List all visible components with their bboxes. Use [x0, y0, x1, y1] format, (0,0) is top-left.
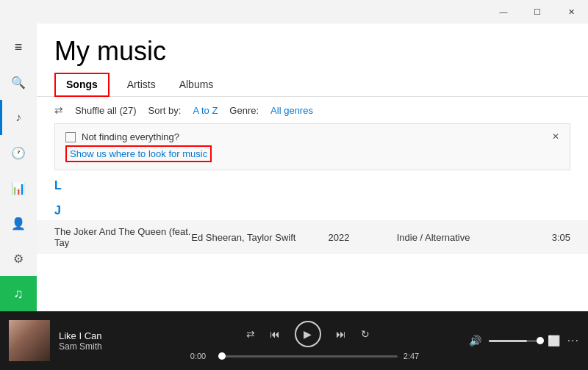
- notice-text: Not finding everything?: [65, 131, 212, 142]
- sidebar-item-settings[interactable]: ⚙: [0, 241, 37, 276]
- sidebar-item-charts[interactable]: 📊: [0, 170, 37, 206]
- sidebar-item-profile[interactable]: 👤: [0, 206, 37, 241]
- notice-content: Not finding everything? Show us where to…: [65, 131, 212, 162]
- current-time: 0:00: [190, 352, 212, 360]
- right-controls: 🔊 ⬜ ···: [469, 334, 579, 347]
- notice-main-text: Not finding everything?: [82, 131, 179, 142]
- track-name: Like I Can: [59, 330, 147, 341]
- player-buttons: ⇄ ⏮ ▶ ⏭ ↻: [246, 321, 370, 347]
- maximize-button[interactable]: ☐: [520, 0, 554, 23]
- section-header-L: L: [37, 170, 588, 195]
- song-duration: 3:05: [534, 232, 570, 243]
- genre-label: Genre:: [229, 105, 259, 116]
- genre-value[interactable]: All genres: [270, 105, 313, 116]
- more-button[interactable]: ···: [567, 334, 579, 347]
- progress-bar[interactable]: [218, 355, 398, 358]
- notice-link[interactable]: Show us where to look for music: [65, 145, 212, 162]
- notice-box: Not finding everything? Show us where to…: [54, 123, 570, 170]
- title-bar: — ☐ ✕: [0, 0, 588, 23]
- volume-dot: [537, 337, 544, 344]
- progress-dot: [218, 352, 226, 360]
- table-row[interactable]: The Joker And The Queen (feat. Tay Ed Sh…: [37, 220, 588, 254]
- album-art: [9, 320, 50, 361]
- tab-albums[interactable]: Albums: [168, 73, 226, 96]
- main-layout: ≡ 🔍 ♪ 🕐 📊 👤 ⚙ ♫ My music Songs Artists A…: [0, 23, 588, 311]
- notice-close-icon[interactable]: ✕: [552, 131, 559, 142]
- now-playing-bar: Like I Can Sam Smith ⇄ ⏮ ▶ ⏭ ↻ 0:00 2:47…: [0, 311, 588, 370]
- progress-area: 0:00 2:47: [190, 352, 426, 360]
- sidebar: ≡ 🔍 ♪ 🕐 📊 👤 ⚙ ♫: [0, 23, 37, 311]
- repeat-button[interactable]: ↻: [361, 328, 370, 340]
- song-artist: Ed Sheeran, Taylor Swift: [191, 232, 328, 243]
- minimize-button[interactable]: —: [487, 0, 520, 23]
- shuffle-button[interactable]: ⇄: [246, 328, 255, 340]
- close-button[interactable]: ✕: [554, 0, 588, 23]
- page-header: My music: [37, 23, 588, 73]
- song-genre: Indie / Alternative: [397, 232, 534, 243]
- sidebar-item-menu[interactable]: ≡: [0, 29, 37, 65]
- song-title: The Joker And The Queen (feat. Tay: [54, 226, 191, 248]
- song-year: 2022: [329, 232, 397, 243]
- tab-artists[interactable]: Artists: [115, 73, 168, 96]
- shuffle-icon: ⇄: [54, 104, 63, 116]
- track-info: Like I Can Sam Smith: [59, 330, 147, 352]
- sort-value[interactable]: A to Z: [193, 105, 218, 116]
- volume-bar[interactable]: [489, 340, 540, 342]
- next-button[interactable]: ⏭: [336, 328, 346, 340]
- sort-label: Sort by:: [148, 105, 182, 116]
- player-controls: ⇄ ⏮ ▶ ⏭ ↻ 0:00 2:47: [156, 321, 460, 360]
- total-time: 2:47: [404, 352, 426, 360]
- content-area: My music Songs Artists Albums ⇄ Shuffle …: [37, 23, 588, 311]
- volume-icon[interactable]: 🔊: [469, 335, 481, 347]
- notice-checkbox[interactable]: [65, 132, 76, 142]
- prev-button[interactable]: ⏮: [270, 328, 280, 340]
- tabs-bar: Songs Artists Albums: [37, 73, 588, 97]
- progress-fill: [218, 355, 222, 358]
- sidebar-item-spotify[interactable]: ♫: [0, 276, 37, 311]
- track-artist: Sam Smith: [59, 341, 147, 352]
- tab-songs[interactable]: Songs: [54, 73, 110, 97]
- controls-bar: ⇄ Shuffle all (27) Sort by: A to Z Genre…: [37, 97, 588, 123]
- page-title: My music: [54, 35, 570, 67]
- section-header-J: J: [37, 195, 588, 220]
- play-button[interactable]: ▶: [295, 321, 321, 347]
- screen-button[interactable]: ⬜: [548, 335, 560, 347]
- shuffle-label[interactable]: Shuffle all (27): [75, 105, 137, 116]
- volume-fill: [489, 340, 528, 342]
- sidebar-item-search[interactable]: 🔍: [0, 65, 37, 100]
- sidebar-item-music[interactable]: ♪: [0, 100, 37, 135]
- sidebar-item-recent[interactable]: 🕐: [0, 135, 37, 170]
